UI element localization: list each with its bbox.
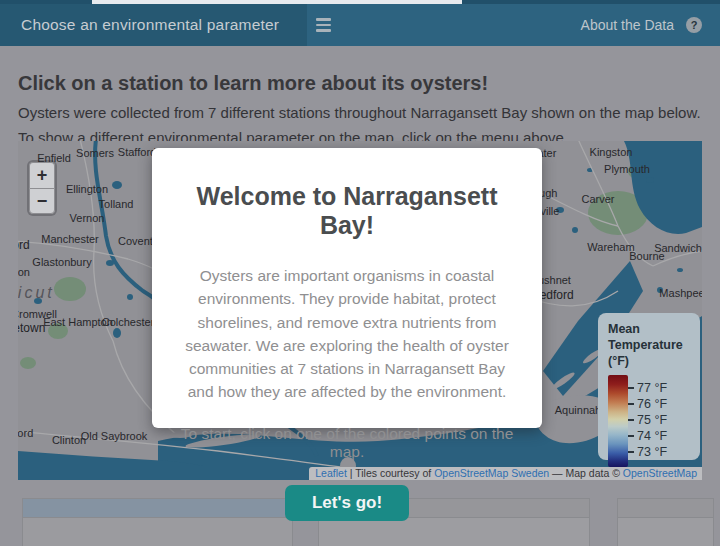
map-label: Sandwich xyxy=(654,242,702,254)
modal-title: Welcome to Narragansett Bay! xyxy=(180,182,514,240)
map-label: Mashpee xyxy=(659,287,702,299)
map-label: Glastonbury xyxy=(32,256,91,268)
legend-title: Mean Temperature (°F) xyxy=(608,321,690,369)
navbar-title: Choose an environmental parameter xyxy=(21,16,279,34)
navbar: Choose an environmental parameter About … xyxy=(0,4,720,46)
map-zoom-control: + − xyxy=(29,162,55,214)
map-label: Colchester xyxy=(102,316,155,328)
intro-line-1: Oysters were collected from 7 different … xyxy=(18,104,701,121)
map-label: Manchester xyxy=(41,233,98,245)
map-legend: Mean Temperature (°F) 77 °F76 °F75 °F74 … xyxy=(598,313,700,460)
map-label: Vernon xyxy=(70,212,105,224)
help-icon[interactable]: ? xyxy=(686,17,702,33)
card-header xyxy=(618,499,713,518)
zoom-in-button[interactable]: + xyxy=(29,162,55,188)
station-card xyxy=(617,498,714,546)
modal-body-text: Oysters are important organisms in coast… xyxy=(180,264,514,404)
map-label: Stafford xyxy=(118,146,156,158)
legend-tick: 73 °F xyxy=(628,445,667,459)
about-the-data-link[interactable]: About the Data xyxy=(581,17,674,33)
map-label: Carver xyxy=(581,193,614,205)
map-label: Kingston xyxy=(590,146,633,158)
map-label: Guilford xyxy=(18,427,33,439)
map-label: Ellington xyxy=(66,183,108,195)
zoom-out-button[interactable]: − xyxy=(29,188,55,214)
modal-instruction-text: To start, click on one of the colored po… xyxy=(180,425,514,461)
hamburger-icon[interactable] xyxy=(316,4,340,46)
legend-tick: 77 °F xyxy=(628,381,667,395)
navbar-brand-menu[interactable]: Choose an environmental parameter xyxy=(0,4,307,46)
map-label: Tolland xyxy=(99,198,134,210)
welcome-modal: Welcome to Narragansett Bay! Oysters are… xyxy=(152,148,542,428)
map-label: Middletown xyxy=(18,321,45,335)
map-label: Aquinnah xyxy=(555,404,602,416)
lets-go-button[interactable]: Let's go! xyxy=(285,485,409,521)
app-page: Choose an environmental parameter About … xyxy=(0,0,720,546)
map-label: Old Saybrook xyxy=(81,430,148,442)
map-label: Somers xyxy=(76,147,114,159)
map-label: Hartford xyxy=(18,238,30,252)
legend-tick: 74 °F xyxy=(628,429,667,443)
page-title: Click on a station to learn more about i… xyxy=(18,72,488,95)
map-label: Newington xyxy=(18,266,30,278)
legend-tick: 75 °F xyxy=(628,413,667,427)
legend-scale: 77 °F76 °F75 °F74 °F73 °F xyxy=(608,375,690,475)
map-label: Connecticut xyxy=(18,284,55,302)
legend-gradient-bar xyxy=(608,375,628,467)
osm-link[interactable]: OpenStreetMap xyxy=(623,467,697,479)
map-label: Plymouth xyxy=(604,163,650,175)
navbar-right: About the Data ? xyxy=(581,4,702,46)
map-label: Wareham xyxy=(587,241,634,253)
legend-tick: 76 °F xyxy=(628,397,667,411)
